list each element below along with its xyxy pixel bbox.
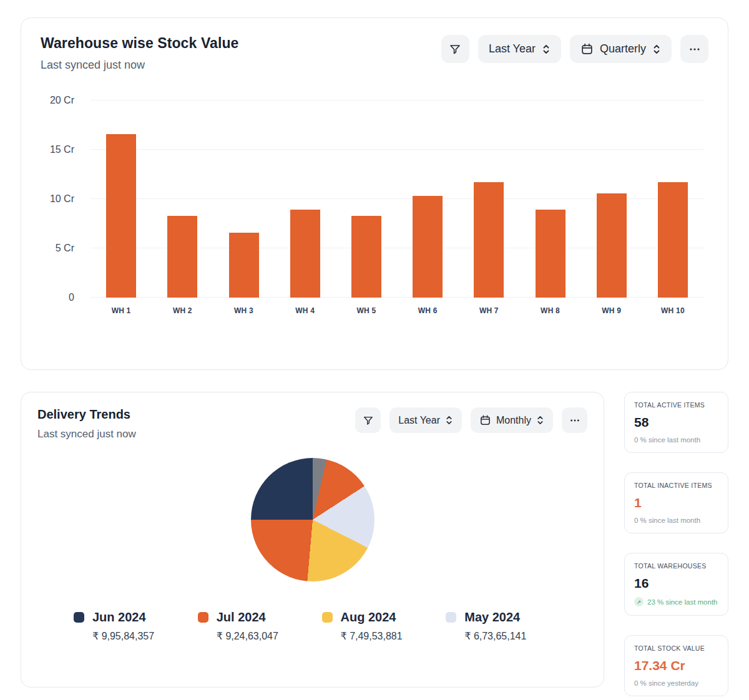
filter-funnel-icon: [449, 43, 461, 56]
bar-column: WH 3: [213, 100, 274, 298]
bar-wh-3[interactable]: [229, 233, 259, 298]
warehouse-stock-card: Warehouse wise Stock Value Last synced j…: [21, 17, 728, 370]
bar-column: WH 4: [275, 100, 336, 298]
x-tick-label: WH 9: [581, 306, 642, 315]
legend-item-row: May 2024: [446, 610, 570, 625]
delivery-trends-card: Delivery Trends Last synced just now Las…: [21, 392, 604, 688]
period-select-value: Last Year: [489, 42, 536, 56]
stat-card-note-text: 0 % since last month: [634, 517, 700, 524]
bar-wh-8[interactable]: [536, 210, 565, 298]
stat-card-note-text: 0 % since last month: [634, 436, 700, 444]
filter-funnel-icon: [363, 415, 374, 426]
stat-card-total-warehouses: TOTAL WAREHOUSES16↗23 % since last month: [624, 553, 728, 616]
y-tick-label: 15 Cr: [50, 144, 74, 155]
more-options-button[interactable]: [562, 407, 587, 433]
trend-up-icon: ↗: [634, 597, 644, 606]
bar-wh-7[interactable]: [474, 182, 504, 298]
calendar-icon: [580, 42, 594, 56]
period-select[interactable]: Last Year: [389, 407, 462, 433]
bars-row: WH 1WH 2WH 3WH 4WH 5WH 6WH 7WH 8WH 9WH 1…: [91, 100, 703, 298]
filter-button[interactable]: [355, 407, 381, 433]
bar-wh-10[interactable]: [658, 182, 688, 298]
stat-card-label: TOTAL WAREHOUSES: [634, 562, 718, 570]
legend-item[interactable]: May 2024₹ 6,73,65,141: [446, 610, 570, 642]
bar-column: WH 7: [458, 100, 519, 298]
warehouse-card-title: Warehouse wise Stock Value: [41, 35, 238, 52]
stat-card-total-inactive-items: TOTAL INACTIVE ITEMS10 % since last mont…: [624, 472, 728, 533]
chevron-updown-icon: [542, 44, 551, 54]
granularity-select[interactable]: Quarterly: [570, 35, 672, 63]
bar-column: WH 6: [397, 100, 458, 298]
bar-column: WH 8: [519, 100, 580, 298]
legend-swatch: [446, 612, 456, 623]
period-select[interactable]: Last Year: [478, 35, 561, 63]
legend-item-row: Aug 2024: [322, 610, 446, 625]
bar-column: WH 5: [336, 100, 397, 298]
stats-column: TOTAL ACTIVE ITEMS580 % since last month…: [624, 392, 728, 696]
bar-wh-1[interactable]: [106, 134, 136, 298]
x-tick-label: WH 2: [152, 306, 213, 315]
warehouse-card-header: Warehouse wise Stock Value Last synced j…: [41, 35, 708, 72]
delivery-card-controls: Last Year Monthly: [355, 407, 587, 433]
bar-column: WH 10: [642, 100, 703, 298]
legend-label: May 2024: [464, 610, 520, 625]
legend-item-row: Jul 2024: [198, 610, 322, 625]
ellipsis-icon: [570, 419, 580, 422]
legend-label: Aug 2024: [341, 610, 396, 625]
filter-button[interactable]: [441, 35, 469, 63]
legend-label: Jul 2024: [217, 610, 266, 625]
pie-legend: Jun 2024₹ 9,95,84,357Jul 2024₹ 9,24,63,0…: [37, 610, 587, 642]
legend-value: ₹ 7,49,53,881: [341, 630, 446, 642]
stat-card-value: 17.34 Cr: [634, 658, 718, 673]
x-tick-label: WH 10: [642, 306, 703, 315]
legend-value: ₹ 9,95,84,357: [92, 630, 198, 642]
stat-card-total-active-items: TOTAL ACTIVE ITEMS580 % since last month: [624, 392, 728, 453]
stat-card-value: 58: [634, 415, 718, 430]
warehouse-card-titles: Warehouse wise Stock Value Last synced j…: [41, 35, 238, 72]
chevron-updown-icon: [536, 416, 544, 425]
stat-card-label: TOTAL ACTIVE ITEMS: [634, 401, 718, 409]
warehouse-card-subtitle: Last synced just now: [41, 59, 238, 72]
stat-card-note-text: 0 % since yesterday: [634, 679, 698, 687]
delivery-card-header: Delivery Trends Last synced just now Las…: [37, 407, 587, 440]
delivery-card-titles: Delivery Trends Last synced just now: [37, 407, 136, 440]
bar-wh-2[interactable]: [167, 216, 197, 298]
bar-chart-y-axis: 05 Cr10 Cr15 Cr20 Cr: [41, 100, 83, 298]
stat-card-label: TOTAL INACTIVE ITEMS: [634, 482, 718, 489]
granularity-select[interactable]: Monthly: [471, 407, 553, 433]
bar-wh-5[interactable]: [351, 216, 381, 298]
legend-item[interactable]: Jun 2024₹ 9,95,84,357: [74, 610, 198, 642]
stat-card-value: 1: [634, 495, 718, 510]
stat-card-label: TOTAL STOCK VALUE: [634, 644, 718, 652]
x-tick-label: WH 8: [519, 306, 580, 315]
bar-wh-9[interactable]: [597, 193, 627, 298]
delivery-card-title: Delivery Trends: [37, 407, 136, 422]
stat-card-total-stock-value: TOTAL STOCK VALUE17.34 Cr0 % since yeste…: [624, 635, 728, 696]
legend-item[interactable]: Aug 2024₹ 7,49,53,881: [322, 610, 446, 642]
legend-swatch: [198, 612, 208, 623]
granularity-select-value: Monthly: [496, 415, 531, 426]
x-tick-label: WH 7: [458, 306, 519, 315]
delivery-card-subtitle: Last synced just now: [37, 428, 136, 440]
stat-card-note: 0 % since last month: [634, 517, 718, 524]
legend-value: ₹ 9,24,63,047: [217, 630, 322, 642]
x-tick-label: WH 1: [91, 306, 152, 315]
legend-swatch: [74, 612, 84, 623]
bar-wh-4[interactable]: [290, 210, 320, 298]
bar-column: WH 1: [91, 100, 152, 298]
bar-wh-6[interactable]: [413, 196, 443, 298]
chevron-updown-icon: [445, 416, 453, 425]
ellipsis-icon: [689, 47, 700, 51]
chevron-updown-icon: [652, 44, 661, 54]
x-tick-label: WH 6: [397, 306, 458, 315]
legend-item[interactable]: Jul 2024₹ 9,24,63,047: [198, 610, 322, 642]
legend-label: Jun 2024: [92, 610, 146, 625]
stat-card-value: 16: [634, 576, 718, 591]
more-options-button[interactable]: [680, 35, 708, 63]
legend-value: ₹ 6,73,65,141: [464, 630, 570, 642]
y-tick-label: 10 Cr: [50, 193, 74, 205]
calendar-icon: [479, 414, 491, 426]
period-select-value: Last Year: [398, 415, 440, 426]
stat-card-note: 0 % since yesterday: [634, 679, 718, 687]
pie-chart: [251, 458, 374, 581]
